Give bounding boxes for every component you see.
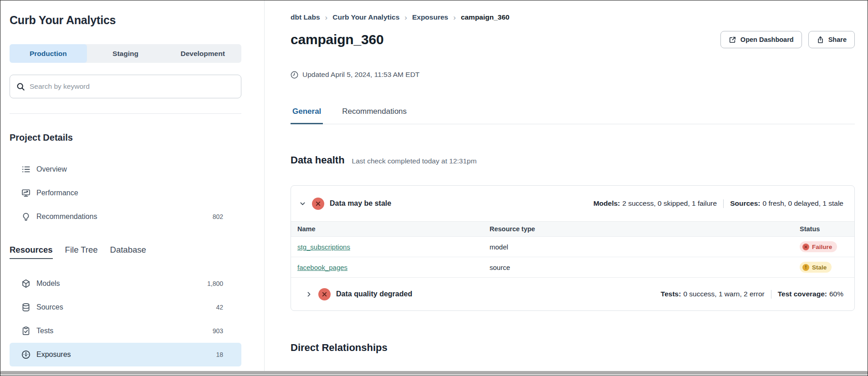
updated-timestamp: Updated April 5, 2024, 11:53 AM EDT — [302, 71, 419, 79]
sidebar-item-label: Performance — [36, 189, 78, 197]
header-actions: Open Dashboard Share — [720, 31, 855, 48]
sidebar-item-tests[interactable]: Tests 903 — [10, 319, 241, 343]
tab-recommendations[interactable]: Recommendations — [340, 107, 408, 124]
clock-icon — [291, 71, 298, 79]
resource-view-tabs: Resources File Tree Database — [10, 245, 241, 259]
updated-row: Updated April 5, 2024, 11:53 AM EDT — [291, 71, 855, 79]
sidebar-item-count: 18 — [216, 351, 223, 358]
page-title: campaign_360 — [291, 30, 383, 50]
project-name-title: Curb Your Analytics — [10, 12, 241, 28]
sidebar-item-recommendations[interactable]: Recommendations 802 — [10, 205, 241, 229]
status-badge-stale: ! Stale — [800, 262, 832, 273]
open-dashboard-label: Open Dashboard — [740, 36, 794, 43]
tab-resources[interactable]: Resources — [10, 245, 53, 259]
share-label: Share — [828, 36, 847, 43]
table-row: stg_subscriptions model Failure — [291, 237, 854, 257]
error-dot-icon — [802, 244, 809, 250]
env-tab-development[interactable]: Development — [164, 44, 241, 63]
sidebar-item-label: Sources — [36, 303, 63, 311]
status-badge-label: Stale — [812, 264, 827, 271]
data-health-card: Data may be stale Models: 2 success, 0 s… — [291, 185, 855, 311]
data-health-heading: Data health — [291, 153, 345, 167]
status-badge-failure: Failure — [800, 241, 837, 252]
sidebar: Curb Your Analytics Production Staging D… — [0, 0, 265, 371]
search-icon — [16, 82, 25, 91]
database-icon — [21, 303, 31, 312]
search-input[interactable] — [30, 82, 235, 91]
models-stat-label: Models: — [593, 199, 620, 208]
breadcrumb: dbt Labs Curb Your Analytics Exposures c… — [291, 13, 855, 21]
gauge-icon — [21, 350, 31, 359]
models-stat-value: 2 success, 0 skipped, 1 failure — [623, 199, 717, 208]
open-dashboard-button[interactable]: Open Dashboard — [720, 31, 802, 48]
tab-general[interactable]: General — [291, 107, 323, 124]
coverage-stat-label: Test coverage: — [778, 290, 827, 298]
tab-file-tree[interactable]: File Tree — [65, 245, 98, 258]
status-badge-label: Failure — [812, 244, 832, 250]
sidebar-item-performance[interactable]: Performance — [10, 181, 241, 205]
tab-database[interactable]: Database — [110, 245, 146, 258]
search-box[interactable] — [10, 75, 241, 98]
sidebar-item-overview[interactable]: Overview — [10, 158, 241, 181]
dbt-explorer-window: Curb Your Analytics Production Staging D… — [0, 0, 868, 376]
quality-group-expander[interactable]: Data quality degraded Tests: 0 success, … — [291, 278, 854, 310]
data-health-header: Data health Last check completed today a… — [291, 153, 855, 167]
sidebar-item-label: Tests — [36, 327, 53, 335]
share-button[interactable]: Share — [808, 31, 855, 48]
chevron-right-icon[interactable] — [306, 291, 312, 298]
resource-link-stg-subscriptions[interactable]: stg_subscriptions — [297, 243, 350, 251]
table-row: facebook_pages source ! Stale — [291, 257, 854, 278]
stale-group-expander[interactable]: Data may be stale Models: 2 success, 0 s… — [291, 186, 854, 221]
resource-link-facebook-pages[interactable]: facebook_pages — [297, 264, 347, 271]
sidebar-item-sources[interactable]: Sources 42 — [10, 295, 241, 319]
monitor-chart-icon — [21, 188, 31, 198]
project-details-heading: Project Details — [10, 131, 241, 144]
breadcrumb-item-current: campaign_360 — [461, 13, 510, 21]
sidebar-item-count: 903 — [213, 327, 223, 335]
stats-divider — [771, 290, 771, 299]
resource-type-cell: model — [490, 243, 786, 251]
env-tab-staging[interactable]: Staging — [87, 44, 164, 63]
breadcrumb-item-project[interactable]: Curb Your Analytics — [332, 13, 399, 21]
column-header-status: Status — [786, 225, 854, 233]
column-header-name: Name — [291, 225, 490, 233]
table-header-row: Name Resource type Status — [291, 222, 854, 237]
column-header-resource-type: Resource type — [490, 225, 786, 233]
chevron-right-separator-icon — [404, 14, 407, 21]
breadcrumb-item-exposures[interactable]: Exposures — [412, 13, 448, 21]
direct-relationships-heading: Direct Relationships — [291, 341, 855, 355]
chevron-down-icon[interactable] — [299, 200, 306, 207]
stats-divider — [723, 199, 724, 208]
tests-stat-value: 0 success, 1 warn, 2 error — [683, 290, 764, 298]
main-content: dbt Labs Curb Your Analytics Exposures c… — [265, 0, 868, 371]
clipboard-check-icon — [21, 326, 31, 335]
list-icon — [21, 165, 31, 174]
sidebar-item-label: Models — [36, 279, 60, 288]
resources-nav: Models 1,800 Sources 42 — [10, 272, 241, 366]
sidebar-item-count: 1,800 — [207, 280, 223, 287]
coverage-stat-value: 60% — [829, 290, 843, 298]
stale-group-title: Data may be stale — [330, 199, 391, 208]
stale-group-stats: Models: 2 success, 0 skipped, 1 failure … — [593, 199, 843, 208]
sidebar-item-models[interactable]: Models 1,800 — [10, 272, 241, 295]
tests-stat-label: Tests: — [661, 290, 681, 298]
chevron-right-separator-icon — [453, 14, 456, 21]
external-link-icon — [729, 36, 736, 44]
lightbulb-icon — [21, 212, 31, 221]
sidebar-item-exposures[interactable]: Exposures 18 — [10, 343, 241, 366]
error-circle-icon — [312, 198, 324, 210]
sidebar-divider — [10, 113, 241, 114]
project-details-nav: Overview Performance — [10, 158, 241, 229]
env-tab-production[interactable]: Production — [10, 44, 87, 63]
horizontal-scrollbar[interactable] — [0, 371, 868, 375]
sidebar-item-label: Recommendations — [36, 213, 97, 221]
sidebar-item-count: 42 — [216, 304, 223, 311]
sidebar-item-label: Exposures — [36, 351, 71, 359]
error-circle-icon — [318, 288, 331, 300]
sources-stat-value: 0 fresh, 0 delayed, 1 stale — [762, 199, 843, 208]
quality-group-title: Data quality degraded — [336, 290, 412, 298]
page-header: campaign_360 Open Dashboard — [291, 30, 855, 50]
breadcrumb-item-dbt-labs[interactable]: dbt Labs — [291, 13, 320, 21]
chevron-right-separator-icon — [325, 14, 328, 21]
stale-resources-table: Name Resource type Status stg_subscripti… — [291, 221, 854, 278]
